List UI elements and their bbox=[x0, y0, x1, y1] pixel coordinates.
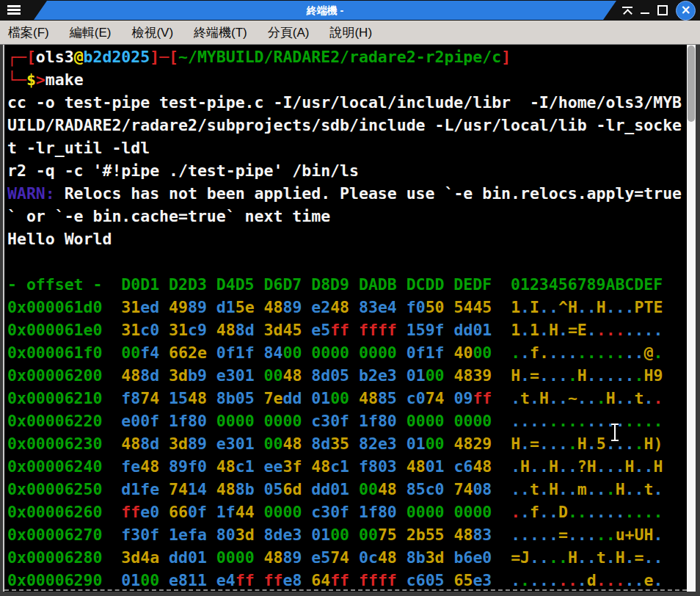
shade-window-icon[interactable] bbox=[622, 6, 632, 15]
title-area: 終端機 - bbox=[34, 1, 616, 20]
close-icon: × bbox=[680, 4, 690, 16]
window-title: 終端機 - bbox=[307, 5, 344, 15]
clipped-line-divider bbox=[4, 589, 687, 591]
terminal-screen[interactable]: ┌─[ols3@b2d2025]─[~/MYBUILD/RADARE2/rada… bbox=[4, 45, 687, 592]
menu-item-1[interactable]: 編輯(E) bbox=[70, 24, 112, 41]
menu-item-2[interactable]: 檢視(V) bbox=[131, 24, 173, 41]
terminal-output: ┌─[ols3@b2d2025]─[~/MYBUILD/RADARE2/rada… bbox=[4, 45, 687, 592]
scrollbar-track[interactable] bbox=[687, 45, 696, 592]
window-controls: × bbox=[622, 0, 696, 21]
menu-item-5[interactable]: 說明(H) bbox=[329, 24, 372, 41]
maximize-icon[interactable] bbox=[657, 5, 668, 15]
hamburger-menu-icon[interactable] bbox=[7, 5, 21, 7]
minimize-icon[interactable] bbox=[641, 12, 649, 14]
scrollbar-thumb[interactable] bbox=[688, 46, 695, 122]
title-bar[interactable]: 終端機 - × bbox=[0, 0, 700, 21]
menu-item-3[interactable]: 終端機(T) bbox=[194, 24, 247, 41]
terminal-window: 終端機 - × 檔案(F)編輯(E)檢視(V)終端機(T)分頁(A)說明(H) … bbox=[0, 0, 700, 596]
menu-bar: 檔案(F)編輯(E)檢視(V)終端機(T)分頁(A)說明(H) bbox=[0, 21, 700, 45]
text-cursor-icon bbox=[610, 424, 619, 441]
menu-item-4[interactable]: 分頁(A) bbox=[268, 24, 310, 41]
close-button[interactable]: × bbox=[676, 1, 696, 21]
menu-item-0[interactable]: 檔案(F) bbox=[8, 24, 49, 41]
